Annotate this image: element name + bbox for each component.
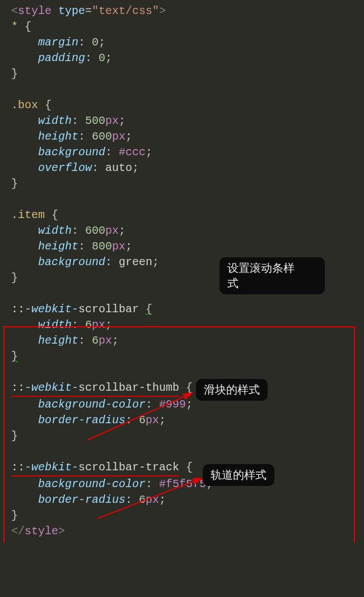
prop-padding: padding — [38, 52, 85, 64]
attr-type: type — [58, 4, 85, 17]
selector-scrollbar-thumb: ::-webkit-scrollbar-thumb — [11, 380, 179, 397]
selector-scrollbar: scrollbar — [78, 303, 139, 316]
tag-open: < — [11, 4, 18, 17]
prop-margin: margin — [38, 36, 78, 49]
tooltip-track-style: 轨道的样式 — [203, 464, 274, 486]
selector-star: * — [11, 20, 18, 33]
selector-item: .item — [11, 209, 45, 221]
selector-scrollbar-track: ::-webkit-scrollbar-track — [11, 460, 179, 476]
selector-box: .box — [11, 99, 38, 112]
tag-name: style — [18, 4, 52, 17]
tooltip-thumb-style: 滑块的样式 — [196, 379, 268, 401]
attr-value: text/css — [99, 4, 152, 17]
tag-close: style — [25, 525, 58, 538]
tooltip-scrollbar-style: 设置滚动条样 式 — [220, 257, 325, 294]
